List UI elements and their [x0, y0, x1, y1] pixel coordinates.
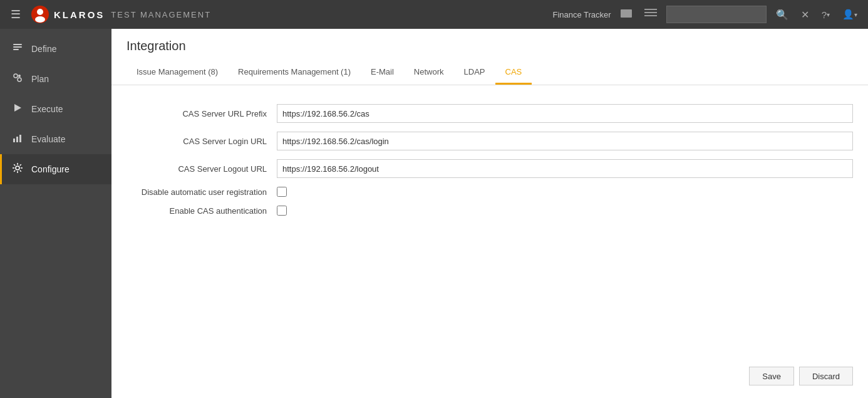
- svg-marker-12: [14, 104, 21, 112]
- search-input[interactable]: [666, 6, 767, 23]
- cas-server-logout-url-label: CAS Server Logout URL: [127, 164, 277, 174]
- brand-name: KLAROS: [54, 9, 105, 20]
- cas-server-login-url-input[interactable]: [277, 132, 853, 150]
- svg-rect-7: [13, 46, 22, 48]
- svg-rect-5: [644, 15, 657, 16]
- tabs: Issue Management (8) Requirements Manage…: [127, 61, 853, 85]
- help-chevron-icon: ▾: [827, 11, 830, 18]
- svg-point-11: [18, 75, 21, 77]
- search-icon: 🔍: [776, 9, 788, 21]
- enable-cas-label: Enable CAS authentication: [127, 206, 277, 216]
- configure-icon: [11, 162, 24, 176]
- tab-ldap[interactable]: LDAP: [454, 61, 495, 85]
- sidebar-item-evaluate-label: Evaluate: [31, 134, 65, 144]
- tab-network[interactable]: Network: [404, 61, 454, 85]
- define-icon: [11, 42, 24, 56]
- cas-server-url-prefix-label: CAS Server URL Prefix: [127, 109, 277, 118]
- form-row-logout-url: CAS Server Logout URL: [127, 159, 853, 178]
- form-content: CAS Server URL Prefix CAS Server Login U…: [111, 85, 868, 360]
- form-row-login-url: CAS Server Login URL: [127, 132, 853, 150]
- svg-rect-14: [16, 137, 18, 142]
- execute-icon: [11, 102, 24, 116]
- form-row-disable-registration: Disable automatic user registration: [127, 187, 853, 197]
- project-name: Finance Tracker: [552, 10, 611, 19]
- sidebar-item-evaluate[interactable]: Evaluate: [0, 124, 111, 154]
- list-icon-button[interactable]: [641, 6, 660, 23]
- sidebar-item-plan[interactable]: Plan: [0, 64, 111, 94]
- discard-button[interactable]: Discard: [799, 367, 853, 385]
- page-header: Integration Issue Management (8) Require…: [111, 29, 868, 85]
- close-icon: ✕: [801, 9, 809, 21]
- disable-registration-label: Disable automatic user registration: [127, 187, 277, 197]
- evaluate-icon: [11, 132, 24, 146]
- cas-server-logout-url-input[interactable]: [277, 159, 853, 178]
- tab-issue-management[interactable]: Issue Management (8): [127, 61, 228, 85]
- form-row-enable-cas: Enable CAS authentication: [127, 206, 853, 216]
- topbar: ☰ KLAROS TEST MANAGEMENT Finance Tracker…: [0, 0, 868, 29]
- sidebar-item-define[interactable]: Define: [0, 34, 111, 64]
- svg-rect-3: [644, 9, 657, 10]
- menu-button[interactable]: ☰: [8, 5, 24, 24]
- form-row-url-prefix: CAS Server URL Prefix: [127, 104, 853, 123]
- page-title: Integration: [127, 39, 853, 53]
- app-subtitle: TEST MANAGEMENT: [111, 10, 211, 19]
- hamburger-icon: ☰: [11, 8, 21, 21]
- enable-cas-checkbox[interactable]: [277, 206, 287, 216]
- sidebar-item-execute-label: Execute: [31, 104, 63, 114]
- button-row: Save Discard: [111, 360, 868, 398]
- sidebar: Define Plan Execute Evaluate Configure: [0, 29, 111, 398]
- svg-rect-8: [13, 49, 19, 50]
- tab-cas[interactable]: CAS: [495, 61, 532, 85]
- sidebar-item-configure[interactable]: Configure: [0, 154, 111, 184]
- tab-requirements-management[interactable]: Requirements Management (1): [228, 61, 361, 85]
- help-icon: ?: [822, 9, 827, 20]
- main-content: Integration Issue Management (8) Require…: [111, 29, 868, 398]
- svg-point-1: [37, 9, 43, 15]
- disable-registration-checkbox[interactable]: [277, 187, 287, 197]
- svg-rect-13: [13, 139, 15, 142]
- svg-rect-6: [13, 44, 22, 45]
- logo-icon: [30, 4, 50, 24]
- clear-search-button[interactable]: ✕: [798, 6, 812, 23]
- save-icon: [621, 9, 632, 20]
- sidebar-item-configure-label: Configure: [31, 164, 70, 174]
- user-chevron-icon: ▾: [854, 11, 857, 18]
- svg-point-10: [18, 78, 21, 81]
- svg-point-9: [14, 74, 18, 78]
- svg-rect-4: [644, 12, 657, 13]
- logo: KLAROS TEST MANAGEMENT: [30, 4, 211, 24]
- svg-point-16: [16, 166, 19, 170]
- user-button[interactable]: 👤 ▾: [839, 6, 860, 23]
- sidebar-item-execute[interactable]: Execute: [0, 94, 111, 124]
- svg-point-2: [35, 16, 45, 23]
- plan-icon: [11, 72, 24, 86]
- cas-server-url-prefix-input[interactable]: [277, 104, 853, 123]
- save-button[interactable]: Save: [749, 367, 794, 385]
- search-button[interactable]: 🔍: [773, 6, 792, 23]
- cas-server-login-url-label: CAS Server Login URL: [127, 137, 277, 146]
- project-icon-button[interactable]: [617, 6, 635, 23]
- list-icon: [644, 9, 657, 20]
- svg-rect-15: [19, 135, 21, 142]
- sidebar-item-define-label: Define: [31, 44, 56, 54]
- help-button[interactable]: ? ▾: [819, 7, 833, 23]
- tab-email[interactable]: E-Mail: [361, 61, 404, 85]
- user-icon: 👤: [842, 9, 854, 20]
- sidebar-item-plan-label: Plan: [31, 74, 49, 84]
